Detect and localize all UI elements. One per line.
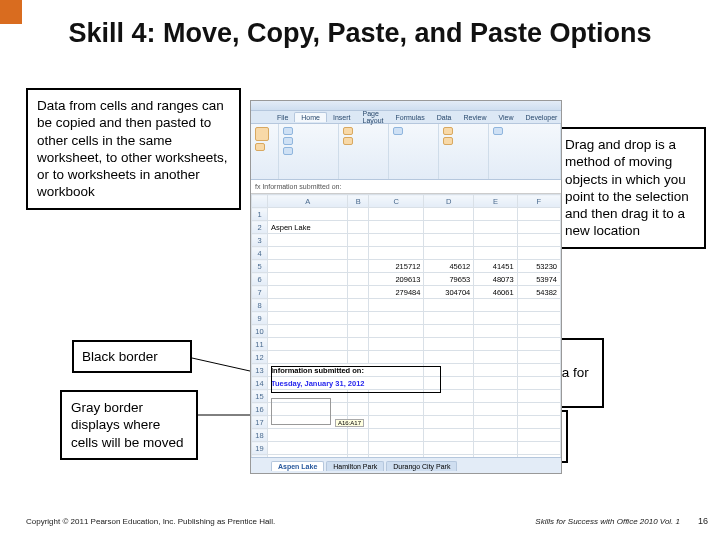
cells-icon[interactable]: [493, 127, 503, 135]
ribbon-tabs: File Home Insert Page Layout Formulas Da…: [251, 111, 561, 124]
ribbon: [251, 124, 561, 180]
styles-icon[interactable]: [443, 127, 453, 135]
clipboard-icon[interactable]: [255, 143, 265, 151]
ribbon-tab[interactable]: Data: [431, 113, 458, 122]
sheet-tabs: Aspen Lake Hamilton Park Durango City Pa…: [251, 457, 561, 473]
footer-book-title: Skills for Success with Office 2010 Vol.…: [535, 517, 680, 526]
sheet-tab[interactable]: Durango City Park: [386, 461, 457, 471]
sheet-tab[interactable]: Hamilton Park: [326, 461, 384, 471]
excel-titlebar: [251, 101, 561, 111]
ribbon-tab[interactable]: File: [271, 113, 294, 122]
formula-bar[interactable]: fx Information submitted on:: [251, 180, 561, 194]
ribbon-tab[interactable]: Insert: [327, 113, 357, 122]
page-number: 16: [698, 516, 708, 526]
footer-copyright: Copyright © 2011 Pearson Education, Inc.…: [26, 517, 275, 526]
number-icon[interactable]: [393, 127, 403, 135]
align-icon[interactable]: [343, 127, 353, 135]
styles-icon[interactable]: [443, 137, 453, 145]
screentip: A16:A17: [335, 419, 364, 427]
ribbon-tab[interactable]: Home: [294, 112, 327, 122]
ribbon-tab[interactable]: Developer: [519, 113, 562, 122]
ribbon-tab[interactable]: Review: [457, 113, 492, 122]
spreadsheet-grid[interactable]: ABCDEF12Aspen Lake3452157124561241451532…: [251, 194, 561, 468]
font-icon[interactable]: [283, 127, 293, 135]
font-icon[interactable]: [283, 147, 293, 155]
excel-screenshot: File Home Insert Page Layout Formulas Da…: [250, 100, 562, 474]
ribbon-tab[interactable]: View: [492, 113, 519, 122]
align-icon[interactable]: [343, 137, 353, 145]
formula-bar-text: fx Information submitted on:: [255, 183, 341, 190]
font-icon[interactable]: [283, 137, 293, 145]
ribbon-tab[interactable]: Formulas: [390, 113, 431, 122]
paste-icon[interactable]: [255, 127, 269, 141]
sheet-tab[interactable]: Aspen Lake: [271, 461, 324, 471]
ribbon-tab[interactable]: Page Layout: [356, 109, 389, 125]
